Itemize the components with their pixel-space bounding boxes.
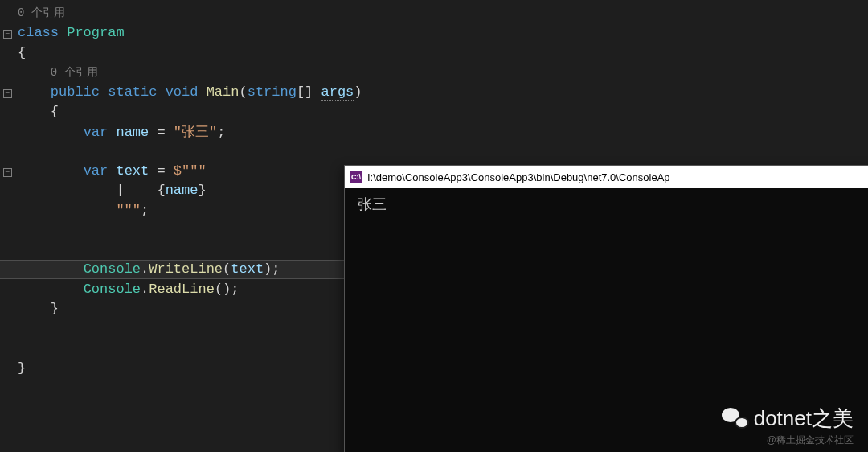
references-hint[interactable]: 0 个引用 [14,6,65,20]
param-args: args [321,84,354,101]
string-literal: "张三" [174,125,217,140]
references-hint[interactable]: 0 个引用 [51,66,98,79]
keyword-public: public [51,84,100,100]
console-title: I:\demo\ConsoleApp3\ConsoleApp3\bin\Debu… [367,171,670,183]
method-readline: ReadLine [149,281,215,297]
keyword-static: static [108,84,157,100]
keyword-string: string [248,84,297,100]
method-writeline: WriteLine [149,261,223,277]
brace-close: } [51,301,59,316]
wechat-icon [722,408,749,430]
keyword-var: var [84,163,108,179]
local-var: text [116,163,149,179]
type-console: Console [84,281,141,297]
type-name: Program [67,25,124,40]
console-icon: C:\ [350,171,362,183]
interpolation-var: name [166,183,199,198]
type-console: Console [84,261,141,277]
brace-open: { [14,45,26,60]
fold-toggle-icon[interactable]: − [3,89,12,98]
method-name: Main [207,84,240,100]
fold-toggle-icon[interactable]: − [3,168,12,177]
raw-string-open: $""" [174,163,207,179]
console-output: 张三 [345,188,868,220]
brace-close: } [18,360,26,376]
cursor-pipe: | [116,183,124,198]
keyword-void: void [166,84,199,100]
raw-string-close: """ [116,203,141,218]
keyword-var: var [84,125,108,140]
console-titlebar[interactable]: C:\ I:\demo\ConsoleApp3\ConsoleApp3\bin\… [345,166,868,188]
local-var: name [116,125,149,140]
brace-open: { [51,104,59,119]
fold-toggle-icon[interactable]: − [3,30,12,39]
sub-watermark: @稀土掘金技术社区 [767,434,854,447]
watermark: dotnet之美 [722,405,854,433]
keyword-class: class [18,25,59,40]
watermark-text: dotnet之美 [754,405,854,433]
